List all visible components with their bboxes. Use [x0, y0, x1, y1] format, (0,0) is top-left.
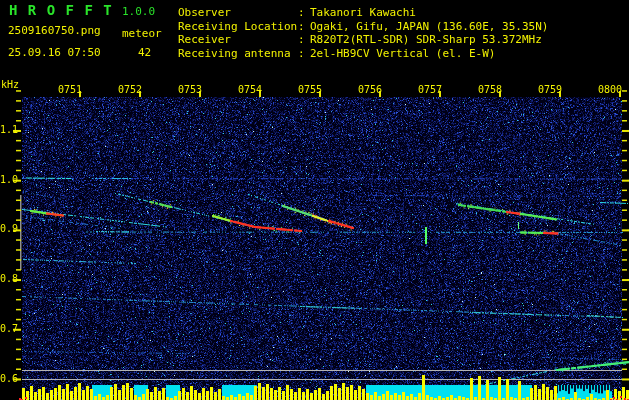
- freq-unit-label: kHz: [1, 79, 19, 90]
- time-label-0754: 0754: [236, 84, 264, 96]
- info-label: Observer: [178, 6, 298, 20]
- time-label-0755: 0755: [296, 84, 324, 96]
- info-separator: :: [298, 33, 310, 47]
- info-row-receiver: Receiver:R820T2(RTL-SDR) SDR-Sharp 53.37…: [178, 33, 548, 47]
- freq-label-0.6: 0.6: [0, 373, 14, 385]
- info-separator: :: [298, 47, 310, 61]
- app-version: 1.0.0: [122, 5, 155, 18]
- info-label: Receiver: [178, 33, 298, 47]
- info-value: Takanori Kawachi: [310, 6, 416, 20]
- freq-label-0.8: 0.8: [0, 273, 14, 285]
- time-label-0751: 0751: [56, 84, 84, 96]
- hrofft-window: H R O F F T 1.0.0 2509160750.png meteor …: [0, 0, 629, 400]
- time-label-0752: 0752: [116, 84, 144, 96]
- info-value: R820T2(RTL-SDR) SDR-Sharp 53.372MHz: [310, 33, 542, 47]
- info-row-antenna: Receiving antenna:2el-HB9CV Vertical (el…: [178, 47, 548, 61]
- freq-label-0.7: 0.7: [0, 323, 14, 335]
- info-label: Receiving antenna: [178, 47, 298, 61]
- freq-label-1.0: 1.0: [0, 174, 14, 186]
- time-label-0756: 0756: [356, 84, 384, 96]
- freq-label-0.9: 0.9: [0, 223, 14, 235]
- info-value: 2el-HB9CV Vertical (el. E-W): [310, 47, 495, 61]
- station-info: Observer:Takanori Kawachi Receiving Loca…: [178, 6, 548, 60]
- app-title: H R O F F T: [9, 2, 113, 18]
- info-separator: :: [298, 6, 310, 20]
- mode-label: meteor: [122, 27, 162, 40]
- time-label-0759: 0759: [536, 84, 564, 96]
- info-label: Receiving Location: [178, 20, 298, 34]
- time-label-0758: 0758: [476, 84, 504, 96]
- spectrogram-canvas: [0, 0, 629, 400]
- freq-label-1.1: 1.1: [0, 124, 14, 136]
- time-label-0753: 0753: [176, 84, 204, 96]
- time-label-0800: 0800: [596, 84, 624, 96]
- echo-count: 42: [138, 46, 151, 59]
- datetime-label: 25.09.16 07:50: [8, 46, 101, 59]
- info-row-location: Receiving Location:Ogaki, Gifu, JAPAN (1…: [178, 20, 548, 34]
- info-value: Ogaki, Gifu, JAPAN (136.60E, 35.35N): [310, 20, 548, 34]
- info-row-observer: Observer:Takanori Kawachi: [178, 6, 548, 20]
- output-filename: 2509160750.png: [8, 24, 101, 37]
- info-separator: :: [298, 20, 310, 34]
- time-label-0757: 0757: [416, 84, 444, 96]
